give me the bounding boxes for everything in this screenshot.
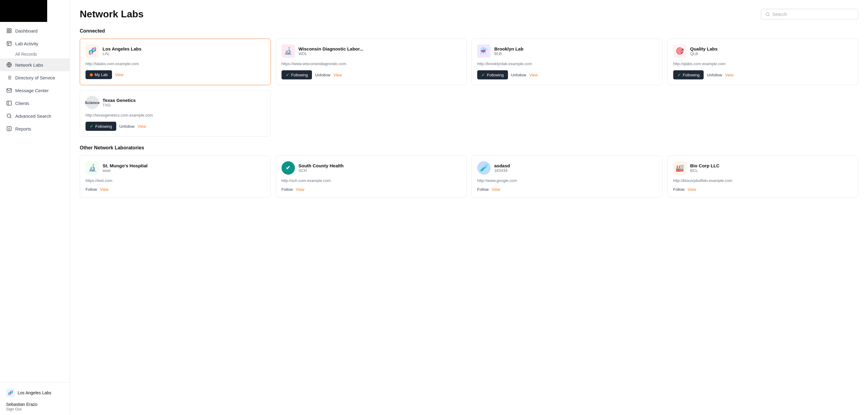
lab-url-qlb: http://qlabs.com.example.com: [673, 61, 853, 66]
svg-rect-3: [7, 31, 8, 33]
other-labs-grid: 🔬 St. Mungo's Hosptial wser https://test…: [80, 156, 858, 197]
all-records-label: All Records: [15, 52, 37, 57]
reports-label: Reports: [15, 126, 31, 131]
view-button-qlb[interactable]: View: [725, 73, 734, 77]
view-button-st-mungo[interactable]: View: [100, 187, 108, 192]
other-section-title: Other Network Laboratories: [80, 145, 858, 151]
lab-name-sch: South County Health: [299, 163, 344, 168]
lab-actions-qlb: ✔ Following Unfollow View: [673, 70, 853, 79]
lab-actions-lal: My Lab View: [86, 70, 265, 79]
lab-url-wdl: https://www.wisconsindiagnostic.com: [281, 61, 461, 66]
check-icon-blb: ✔: [482, 72, 485, 77]
sidebar-item-clients[interactable]: Clients: [0, 97, 70, 109]
lab-actions-txg: ✔ Following Unfollow View: [86, 122, 265, 131]
view-button-bcl[interactable]: View: [687, 187, 696, 192]
mail-icon: [6, 87, 12, 93]
lab-avatar-st-mungo: 🔬: [86, 161, 99, 174]
unfollow-button-blb[interactable]: Unfollow: [511, 73, 526, 77]
unfollow-button-txg[interactable]: Unfollow: [119, 124, 134, 129]
following-button-blb[interactable]: ✔ Following: [477, 70, 508, 79]
view-button-txg[interactable]: View: [137, 124, 146, 129]
svg-rect-0: [7, 29, 8, 30]
lab-avatar-asd: 🧪: [477, 161, 491, 174]
current-lab-icon: 🧬: [6, 388, 14, 397]
lab-url-lal: http://lalabs.com.example.com: [86, 61, 265, 66]
orange-dot-icon: [90, 73, 93, 76]
search-box-icon: [766, 12, 770, 17]
lab-avatar-wdl: 🔬: [281, 44, 295, 58]
main-content: Network Labs Connected 🧬 Los Angeles Lab…: [70, 0, 868, 415]
unfollow-button-qlb[interactable]: Unfollow: [707, 73, 722, 77]
view-button-blb[interactable]: View: [529, 73, 538, 77]
sidebar-item-message-center[interactable]: Message Center: [0, 84, 70, 97]
lab-activity-label: Lab Activity: [15, 41, 38, 46]
lab-card-wdl: 🔬 Wisconsin Diagnostic Labor... WDL http…: [276, 39, 467, 85]
view-button-wdl[interactable]: View: [333, 73, 342, 77]
lab-url-blb: http://brooklynlab.example.com: [477, 61, 657, 66]
connected-section: Connected 🧬 Los Angeles Labs LAL http://…: [80, 28, 858, 137]
lab-name-bcl: Bio Corp LLC: [690, 163, 720, 168]
follow-button-st-mungo[interactable]: Follow: [86, 187, 97, 192]
sidebar-bottom: 🧬 Los Angeles Labs Sebastian Erazo Sign …: [0, 382, 70, 415]
unfollow-button-wdl[interactable]: Unfollow: [315, 73, 330, 77]
lab-card-bcl: 🏭 Bio Corp LLC BCL http://biocorpbuffalo…: [668, 156, 859, 197]
lab-name-txg: Texas Genetics: [102, 98, 136, 103]
lab-actions-blb: ✔ Following Unfollow View: [477, 70, 657, 79]
search-box: [761, 9, 858, 20]
lab-avatar-lal: 🧬: [86, 44, 99, 58]
lab-actions-st-mungo: Follow View: [86, 187, 265, 192]
sidebar-logo: [0, 0, 47, 22]
lab-code-lal: LAL: [102, 52, 142, 56]
lab-name-st-mungo: St. Mungo's Hosptial: [102, 163, 148, 168]
sign-out-link[interactable]: Sign Out: [6, 407, 64, 411]
sidebar-item-dashboard[interactable]: Dashboard: [0, 24, 70, 37]
follow-button-bcl[interactable]: Follow: [673, 187, 685, 192]
lab-code-sch: SCH: [299, 168, 344, 173]
sidebar-item-reports[interactable]: Reports: [0, 122, 70, 135]
follow-button-asd[interactable]: Follow: [477, 187, 489, 192]
network-labs-label: Network Labs: [15, 62, 43, 68]
sidebar-item-all-records[interactable]: All Records: [0, 50, 70, 58]
check-icon-qlb: ✔: [678, 72, 681, 77]
file-icon: [6, 126, 12, 132]
svg-rect-2: [10, 31, 11, 33]
lab-url-txg: http://texasgenetics.com.example.com: [86, 113, 265, 118]
svg-rect-16: [7, 101, 11, 105]
sidebar-item-lab-activity[interactable]: Lab Activity: [0, 37, 70, 50]
lab-card-qlb: 🎯 Quality Labs QLB http://qlabs.com.exam…: [668, 39, 859, 85]
message-center-label: Message Center: [15, 88, 49, 93]
view-button-lal[interactable]: View: [115, 72, 124, 77]
search-icon: [6, 113, 12, 119]
sidebar-item-directory[interactable]: Directory of Service: [0, 71, 70, 84]
lab-code-qlb: QLB: [690, 52, 718, 56]
svg-rect-1: [10, 29, 11, 30]
check-icon-txg: ✔: [90, 124, 93, 129]
lab-name-wdl: Wisconsin Diagnostic Labor...: [299, 46, 363, 52]
lab-code-wdl: WDL: [299, 52, 363, 56]
search-input[interactable]: [772, 11, 854, 17]
current-lab-name: Los Angeles Labs: [18, 390, 52, 395]
follow-button-sch[interactable]: Follow: [281, 187, 293, 192]
sidebar-item-advanced-search[interactable]: Advanced Search: [0, 109, 70, 122]
view-button-asd[interactable]: View: [492, 187, 500, 192]
lab-card-sch: ✔ South County Health SCH http://sch.com…: [276, 156, 467, 197]
lab-name-qlb: Quality Labs: [690, 46, 718, 52]
lab-card-st-mungo: 🔬 St. Mungo's Hosptial wser https://test…: [80, 156, 271, 197]
users-icon: [6, 100, 12, 106]
svg-rect-15: [7, 89, 11, 92]
connected-section-title: Connected: [80, 28, 858, 34]
lab-name-blb: Brooklyn Lab: [494, 46, 524, 52]
connected-labs-grid: 🧬 Los Angeles Labs LAL http://lalabs.com…: [80, 39, 858, 137]
following-button-txg[interactable]: ✔ Following: [86, 122, 116, 131]
sidebar-item-network-labs[interactable]: Network Labs: [0, 58, 70, 71]
list-icon: [6, 74, 12, 81]
clients-label: Clients: [15, 101, 29, 106]
following-button-wdl[interactable]: ✔ Following: [281, 70, 312, 79]
following-button-qlb[interactable]: ✔ Following: [673, 70, 704, 79]
my-lab-button-lal[interactable]: My Lab: [86, 70, 112, 79]
svg-rect-4: [7, 41, 11, 45]
lab-card-blb: ⚗️ Brooklyn Lab BLB http://brooklynlab.e…: [471, 39, 662, 85]
view-button-sch[interactable]: View: [296, 187, 304, 192]
svg-point-18: [7, 114, 11, 118]
lab-avatar-bcl: 🏭: [673, 161, 687, 174]
